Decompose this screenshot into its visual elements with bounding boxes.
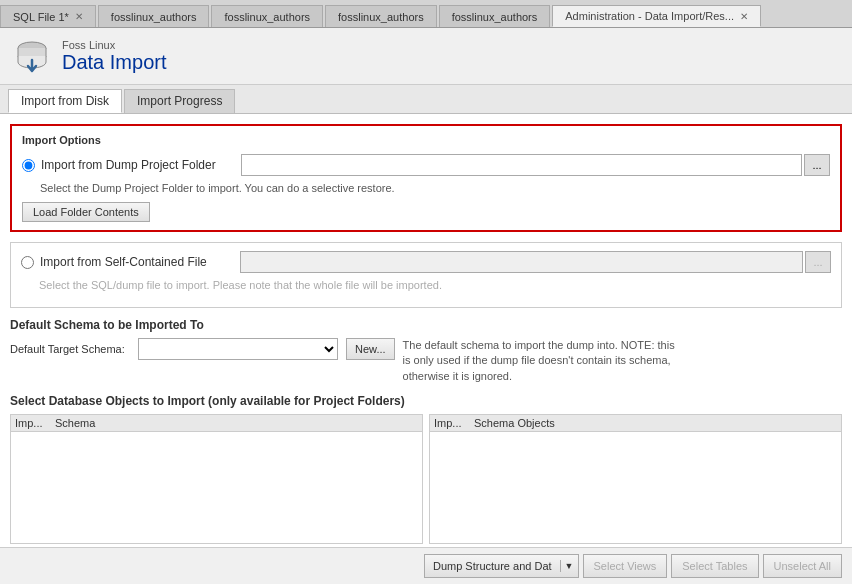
file-info-text: Select the SQL/dump file to import. Plea… (39, 279, 831, 291)
db-right-panel-header: Imp... Schema Objects (430, 415, 841, 432)
tab-fosslinux4-label: fosslinux_authors (452, 11, 538, 23)
app-name: Foss Linux (62, 39, 166, 51)
dump-info-text: Select the Dump Project Folder to import… (40, 182, 830, 194)
db-right-panel: Imp... Schema Objects (429, 414, 842, 544)
unselect-all-button[interactable]: Unselect All (763, 554, 842, 578)
db-right-col2: Schema Objects (474, 417, 837, 429)
file-browse-button[interactable]: ... (805, 251, 831, 273)
tab-admin-close[interactable]: ✕ (740, 11, 748, 22)
tab-admin[interactable]: Administration - Data Import/Res... ✕ (552, 5, 761, 27)
dump-structure-label: Dump Structure and Dat (425, 560, 561, 572)
file-path-input[interactable]: C:\Users\masai\OneDrive\Documents\dumps\… (240, 251, 803, 273)
radio-dump-folder[interactable] (22, 159, 35, 172)
tab-import-from-disk[interactable]: Import from Disk (8, 89, 122, 113)
tab-fosslinux3-label: fosslinux_authors (338, 11, 424, 23)
db-left-panel-header: Imp... Schema (11, 415, 422, 432)
main-tab-bar: Import from Disk Import Progress (0, 85, 852, 114)
content-area: Import Options Import from Dump Project … (0, 114, 852, 548)
schema-label: Default Target Schema: (10, 338, 130, 360)
data-import-icon (12, 36, 52, 76)
tab-import-progress[interactable]: Import Progress (124, 89, 235, 113)
tab-bar: SQL File 1* ✕ fosslinux_authors fosslinu… (0, 0, 852, 28)
dump-browse-button[interactable]: ... (804, 154, 830, 176)
select-tables-button[interactable]: Select Tables (671, 554, 758, 578)
load-folder-button[interactable]: Load Folder Contents (22, 202, 150, 222)
bottom-toolbar: Dump Structure and Dat ▼ Select Views Se… (0, 547, 852, 584)
radio-file-label: Import from Self-Contained File (40, 255, 240, 269)
tab-admin-label: Administration - Data Import/Res... (565, 10, 734, 22)
dump-path-input[interactable]: C:\Users\masai\OneDrive\Documents\dumps (241, 154, 802, 176)
tab-sql-file[interactable]: SQL File 1* ✕ (0, 5, 96, 27)
page-title: Data Import (62, 51, 166, 74)
page-header: Foss Linux Data Import (0, 28, 852, 85)
db-objects-section: Select Database Objects to Import (only … (10, 394, 842, 544)
tab-sql-file-close[interactable]: ✕ (75, 11, 83, 22)
schema-select[interactable] (138, 338, 338, 360)
import-options-label: Import Options (22, 134, 830, 146)
tab-sql-file-label: SQL File 1* (13, 11, 69, 23)
new-schema-button[interactable]: New... (346, 338, 395, 360)
import-options-group: Import Options Import from Dump Project … (10, 124, 842, 232)
db-right-col1: Imp... (434, 417, 474, 429)
select-views-button[interactable]: Select Views (583, 554, 668, 578)
schema-note: The default schema to import the dump in… (403, 338, 683, 384)
header-text: Foss Linux Data Import (62, 39, 166, 74)
schema-section-title: Default Schema to be Imported To (10, 318, 842, 332)
file-row: Import from Self-Contained File C:\Users… (21, 251, 831, 273)
dropdown-arrow-icon[interactable]: ▼ (561, 561, 578, 571)
dump-folder-row: Import from Dump Project Folder C:\Users… (22, 154, 830, 176)
radio-dump-label: Import from Dump Project Folder (41, 158, 241, 172)
tab-fosslinux1-label: fosslinux_authors (111, 11, 197, 23)
dump-structure-dropdown[interactable]: Dump Structure and Dat ▼ (424, 554, 579, 578)
radio-self-contained[interactable] (21, 256, 34, 269)
db-left-col2: Schema (55, 417, 418, 429)
db-objects-panels: Imp... Schema Imp... Schema Objects (10, 414, 842, 544)
schema-section: Default Schema to be Imported To Default… (10, 318, 842, 384)
tab-fosslinux4[interactable]: fosslinux_authors (439, 5, 551, 27)
tab-fosslinux2[interactable]: fosslinux_authors (211, 5, 323, 27)
tab-fosslinux3[interactable]: fosslinux_authors (325, 5, 437, 27)
self-contained-group: Import from Self-Contained File C:\Users… (10, 242, 842, 308)
tab-fosslinux2-label: fosslinux_authors (224, 11, 310, 23)
db-left-panel: Imp... Schema (10, 414, 423, 544)
db-left-col1: Imp... (15, 417, 55, 429)
schema-row: Default Target Schema: New... The defaul… (10, 338, 842, 384)
tab-fosslinux1[interactable]: fosslinux_authors (98, 5, 210, 27)
db-objects-title: Select Database Objects to Import (only … (10, 394, 842, 408)
